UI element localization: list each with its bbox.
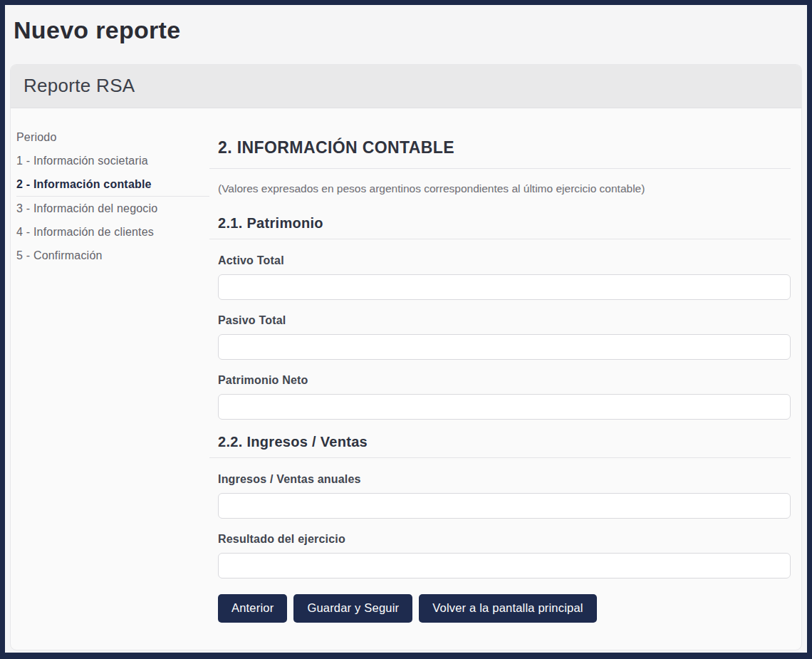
card-body: Periodo1 - Información societaria2 - Inf… (11, 108, 801, 650)
report-card: Reporte RSA Periodo1 - Información socie… (10, 64, 802, 650)
resultado-del-ejercicio-input[interactable] (218, 553, 791, 578)
section-heading: 2.1. Patrimonio (209, 214, 791, 239)
ingresos-ventas-anuales-input[interactable] (218, 493, 791, 519)
guardar-y-seguir-button[interactable]: Guardar y Seguir (293, 594, 412, 623)
activo-total-input[interactable] (218, 274, 791, 300)
ingresos-ventas-anuales-label: Ingresos / Ventas anuales (218, 472, 791, 487)
field-activo-total: Activo Total (218, 254, 791, 300)
form-main: 2. INFORMACIÓN CONTABLE (Valores expresa… (209, 108, 791, 640)
pasivo-total-label: Pasivo Total (218, 313, 791, 328)
section-2-1-patrimonio: 2.1. PatrimonioActivo TotalPasivo TotalP… (209, 214, 791, 420)
steps-sidebar: Periodo1 - Información societaria2 - Inf… (16, 108, 209, 267)
section-2-2-ingresos-ventas: 2.2. Ingresos / VentasIngresos / Ventas … (209, 433, 791, 578)
field-ingresos-ventas-anuales: Ingresos / Ventas anuales (218, 472, 791, 519)
patrimonio-neto-input[interactable] (218, 394, 791, 420)
form-actions: AnteriorGuardar y SeguirVolver a la pant… (218, 594, 791, 623)
sidebar-item-1-informacion-societaria[interactable]: 1 - Información societaria (16, 149, 209, 172)
card-title: Reporte RSA (11, 65, 801, 108)
pasivo-total-input[interactable] (218, 334, 791, 360)
step-heading: 2. INFORMACIÓN CONTABLE (209, 138, 791, 169)
volver-a-la-pantalla-principal-button[interactable]: Volver a la pantalla principal (419, 594, 596, 623)
sidebar-item-periodo[interactable]: Periodo (16, 125, 209, 149)
sidebar-item-4-informacion-de-clientes[interactable]: 4 - Información de clientes (16, 220, 209, 244)
resultado-del-ejercicio-label: Resultado del ejercicio (218, 532, 791, 546)
anterior-button[interactable]: Anterior (218, 594, 287, 623)
app-window: Nuevo reporte Reporte RSA Periodo1 - Inf… (0, 0, 812, 659)
sidebar-item-5-confirmacion[interactable]: 5 - Confirmación (16, 244, 209, 267)
field-resultado-del-ejercicio: Resultado del ejercicio (218, 532, 791, 578)
steps-list: Periodo1 - Información societaria2 - Inf… (16, 125, 209, 267)
patrimonio-neto-label: Patrimonio Neto (218, 373, 791, 388)
currency-note: (Valores expresados en pesos argentinos … (218, 182, 791, 196)
activo-total-label: Activo Total (218, 254, 791, 268)
field-patrimonio-neto: Patrimonio Neto (218, 373, 791, 420)
field-pasivo-total: Pasivo Total (218, 313, 791, 360)
section-heading: 2.2. Ingresos / Ventas (209, 433, 791, 458)
page-title: Nuevo reporte (14, 16, 802, 44)
sidebar-item-2-informacion-contable[interactable]: 2 - Información contable (16, 172, 209, 197)
sidebar-item-3-informacion-del-negocio[interactable]: 3 - Información del negocio (16, 197, 209, 220)
form-sections: 2.1. PatrimonioActivo TotalPasivo TotalP… (209, 214, 791, 578)
